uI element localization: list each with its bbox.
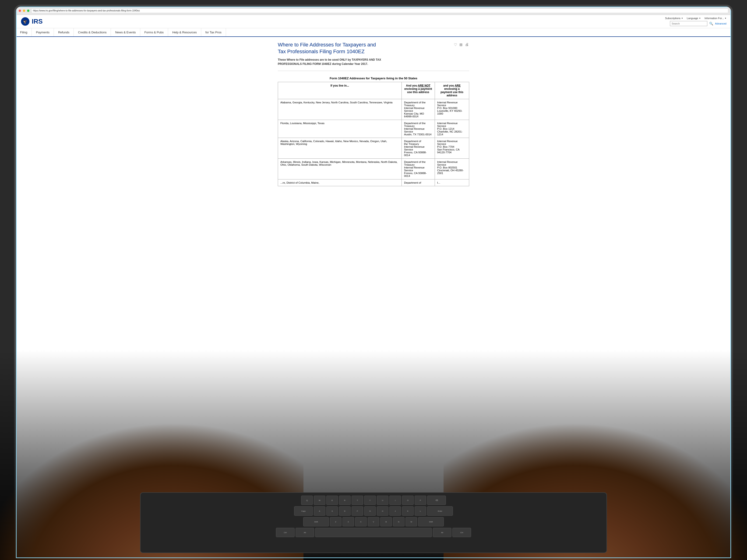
no-payment-cell: Department of the TreasuryInternal Reven… bbox=[402, 120, 435, 138]
search-button[interactable]: 🔍 bbox=[709, 22, 713, 25]
states-cell: Florida, Louisiana, Mississippi, Texas bbox=[278, 120, 402, 138]
table-row: Florida, Louisiana, Mississippi, Texas D… bbox=[278, 120, 469, 138]
irs-eagle-icon: 🦅 bbox=[21, 17, 30, 26]
page-title: Where to File Addresses for Taxpayers an… bbox=[278, 42, 469, 55]
no-payment-cell: Department of the TreasuryInternal Reven… bbox=[402, 159, 435, 180]
page-actions: ♡ ⊞ 🖨 bbox=[454, 43, 469, 47]
svg-text:🦅: 🦅 bbox=[23, 19, 28, 24]
print-icon[interactable]: 🖨 bbox=[465, 43, 469, 47]
language-dropdown-icon: ▼ bbox=[699, 17, 701, 19]
monitor-frame: https://www.irs.gov/filing/where-to-file… bbox=[14, 5, 733, 560]
minimize-dot[interactable] bbox=[23, 9, 25, 12]
states-cell: Alaska, Arizona, California, Colorado, H… bbox=[278, 138, 402, 159]
col-states-header: If you live in... bbox=[278, 82, 402, 99]
address-bar[interactable]: https://www.irs.gov/filing/where-to-file… bbox=[31, 8, 728, 13]
close-dot[interactable] bbox=[19, 9, 21, 12]
with-payment-cell: Internal Revenue ServiceP.O. Box 7704San… bbox=[435, 138, 469, 159]
page-subtitle: These Where to File addresses are to be … bbox=[278, 58, 469, 66]
search-input[interactable] bbox=[670, 21, 707, 26]
states-cell: ...re, District of Columbia, Maine, bbox=[278, 180, 402, 186]
content-area: ♡ ⊞ 🖨 Where to File Addresses for Taxpay… bbox=[268, 37, 479, 191]
search-bar: 🔍 Advanced bbox=[670, 21, 726, 26]
nav-item-for-tax-pros[interactable]: for Tax Pros bbox=[201, 28, 226, 36]
irs-logo-text: IRS bbox=[32, 18, 43, 25]
table-row: Alaska, Arizona, California, Colorado, H… bbox=[278, 138, 469, 159]
information-for-dropdown-icon: ▼ bbox=[725, 17, 726, 19]
language-link[interactable]: Language ▼ bbox=[687, 17, 701, 20]
top-links: Subscriptions ▼ Language ▼ Information F… bbox=[665, 17, 726, 20]
nav-item-help-resources[interactable]: Help & Resources bbox=[168, 28, 201, 36]
main-nav: Filing Payments Refunds Credits & Deduct… bbox=[16, 28, 731, 37]
nav-item-refunds[interactable]: Refunds bbox=[54, 28, 74, 36]
subscriptions-link[interactable]: Subscriptions ▼ bbox=[665, 17, 683, 20]
nav-item-payments[interactable]: Payments bbox=[32, 28, 54, 36]
irs-logo: 🦅 IRS bbox=[21, 17, 43, 26]
nav-item-news-events[interactable]: News & Events bbox=[111, 28, 140, 36]
table-caption: Form 1040EZ Addresses for Taxpayers livi… bbox=[278, 75, 469, 82]
no-payment-cell: Department of bbox=[402, 180, 435, 186]
top-bar: 🦅 IRS Subscriptions ▼ Language ▼ Informa… bbox=[16, 15, 731, 28]
no-payment-cell: Department of the TreasuryInternal Reven… bbox=[402, 99, 435, 120]
table-row: Arkansas, Illinois, Indiana, Iowa, Kansa… bbox=[278, 159, 469, 180]
advanced-search-link[interactable]: Advanced bbox=[715, 22, 726, 25]
with-payment-cell: I... bbox=[435, 180, 469, 186]
with-payment-cell: Internal Revenue ServiceP.O. Box 1214Cha… bbox=[435, 120, 469, 138]
nav-item-forms-pubs[interactable]: Forms & Pubs bbox=[140, 28, 168, 36]
col-with-payment-header: and you AREenclosing apayment use thisad… bbox=[435, 82, 469, 99]
bookmark-icon[interactable]: ♡ bbox=[454, 43, 458, 47]
col-no-payment-header: And you ARE NOTenclosing a paymentuse th… bbox=[402, 82, 435, 99]
irs-website: 🦅 IRS Subscriptions ▼ Language ▼ Informa… bbox=[16, 15, 731, 558]
states-cell: Alabama, Georgia, Kentucky, New Jersey, … bbox=[278, 99, 402, 120]
maximize-dot[interactable] bbox=[27, 9, 29, 12]
share-icon[interactable]: ⊞ bbox=[459, 43, 464, 47]
subscriptions-dropdown-icon: ▼ bbox=[681, 17, 683, 19]
top-right-controls: Subscriptions ▼ Language ▼ Information F… bbox=[665, 17, 726, 26]
states-cell: Arkansas, Illinois, Indiana, Iowa, Kansa… bbox=[278, 159, 402, 180]
addresses-table: Form 1040EZ Addresses for Taxpayers livi… bbox=[278, 75, 469, 186]
table-header-row: If you live in... And you ARE NOTenclosi… bbox=[278, 82, 469, 99]
information-for-link[interactable]: Information For... ▼ bbox=[704, 17, 726, 20]
no-payment-cell: Department ofthe TreasuryInternal Revenu… bbox=[402, 138, 435, 159]
with-payment-cell: Internal Revenue ServiceP.O. Box 931000L… bbox=[435, 99, 469, 120]
table-row: Alabama, Georgia, Kentucky, New Jersey, … bbox=[278, 99, 469, 120]
content-divider bbox=[278, 71, 469, 71]
browser-chrome: https://www.irs.gov/filing/where-to-file… bbox=[16, 6, 731, 15]
nav-item-credits-deductions[interactable]: Credits & Deductions bbox=[74, 28, 111, 36]
table-row: ...re, District of Columbia, Maine, Depa… bbox=[278, 180, 469, 186]
nav-item-filing[interactable]: Filing bbox=[16, 28, 32, 36]
with-payment-cell: Internal Revenue ServiceP.O. Box 802501C… bbox=[435, 159, 469, 180]
